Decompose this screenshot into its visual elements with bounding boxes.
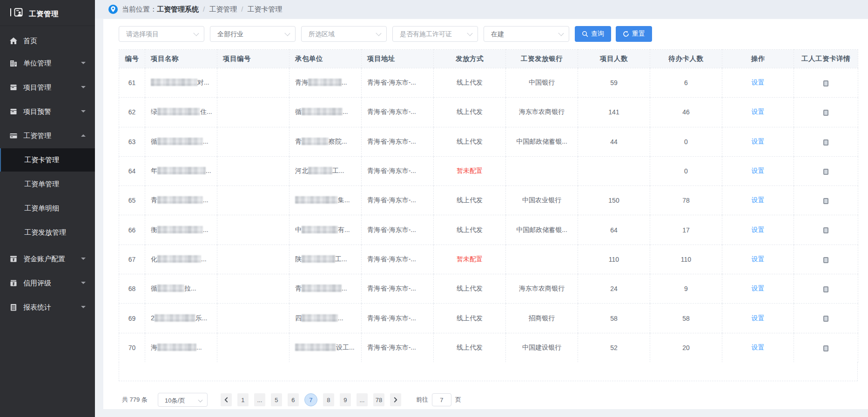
sidebar-item-项目管理[interactable]: 项目管理 bbox=[0, 76, 95, 99]
filter-select-3[interactable]: 所选区域 bbox=[301, 26, 387, 42]
settings-link[interactable]: 设置 bbox=[752, 79, 765, 86]
cell-address: 青海省-海东市-... bbox=[362, 215, 434, 245]
table-row: 65青...集...青海省-海东市-...线上代发中国农业银行15078设置 bbox=[119, 186, 858, 215]
sidebar-item-项目预警[interactable]: 项目预警 bbox=[0, 100, 95, 123]
sidebar-subitem-label: 工资单明细 bbox=[24, 204, 59, 213]
cell-id: 65 bbox=[119, 186, 145, 215]
sidebar-item-单位管理[interactable]: 单位管理 bbox=[0, 52, 95, 75]
page-button-9[interactable]: 9 bbox=[340, 393, 351, 406]
cell-bank: 中国农业银行 bbox=[506, 186, 578, 215]
page-button-1[interactable]: 1 bbox=[237, 393, 249, 406]
page-size-select[interactable]: 10条/页 bbox=[158, 393, 208, 407]
sidebar-subitem-工资卡管理[interactable]: 工资卡管理 bbox=[0, 148, 95, 172]
prev-page-button[interactable] bbox=[221, 393, 232, 406]
settings-link[interactable]: 设置 bbox=[752, 255, 765, 263]
settings-link[interactable]: 设置 bbox=[752, 314, 765, 322]
breadcrumb-bar: 当前位置：工资管理系统/工资管理/工资卡管理 bbox=[95, 0, 868, 19]
cell-method: 线上代发 bbox=[434, 333, 506, 362]
page-button-8[interactable]: 8 bbox=[323, 393, 334, 406]
censored-text bbox=[157, 196, 203, 204]
cell-contractor: 集... bbox=[289, 186, 362, 215]
page-button-6[interactable]: 6 bbox=[288, 393, 299, 406]
settings-link[interactable]: 设置 bbox=[752, 226, 765, 233]
page-ellipsis[interactable]: ... bbox=[254, 393, 265, 406]
cell-detail bbox=[794, 333, 858, 362]
settings-link[interactable]: 设置 bbox=[752, 285, 765, 292]
sidebar-item-首页[interactable]: 首页 bbox=[0, 29, 95, 53]
wage-card-detail-icon[interactable] bbox=[823, 286, 828, 292]
settings-link[interactable]: 设置 bbox=[752, 196, 765, 204]
reset-button[interactable]: 重置 bbox=[616, 26, 652, 42]
cell-project-name: 年... bbox=[145, 156, 217, 185]
cell-detail bbox=[794, 127, 858, 156]
wage-card-detail-icon[interactable] bbox=[823, 316, 828, 322]
wage-card-detail-icon[interactable] bbox=[823, 257, 828, 263]
goto-page-input[interactable]: 7 bbox=[432, 393, 451, 406]
settings-link[interactable]: 设置 bbox=[752, 167, 765, 174]
sidebar-item-信用评级[interactable]: 信用评级 bbox=[0, 271, 95, 295]
column-header-操作: 操作 bbox=[722, 50, 794, 68]
table-row: 68循拉...青...青海省-海东市-...线上代发海东市农商银行249设置 bbox=[119, 274, 858, 304]
sidebar-subitem-label: 工资单管理 bbox=[24, 180, 59, 189]
wage-card-detail-icon[interactable] bbox=[823, 198, 828, 204]
cell-method: 线上代发 bbox=[434, 304, 506, 333]
cell-project-code bbox=[217, 127, 289, 156]
settings-link[interactable]: 设置 bbox=[752, 344, 765, 351]
wage-card-detail-icon[interactable] bbox=[823, 110, 828, 116]
cell-bank: 中国建设银行 bbox=[506, 333, 578, 362]
filter-select-5[interactable]: 在建 bbox=[484, 26, 569, 42]
table-row: 67化...陕工...青海省-海东市-...暂未配置110110设置 bbox=[119, 245, 858, 274]
filter-select-1[interactable]: 请选择项目 bbox=[119, 26, 204, 42]
column-header-编号: 编号 bbox=[119, 50, 145, 68]
sidebar-subitem-工资单明细[interactable]: 工资单明细 bbox=[0, 197, 95, 220]
column-header-承包单位: 承包单位 bbox=[289, 50, 362, 68]
cell-action: 设置 bbox=[722, 215, 794, 245]
breadcrumb-crumb[interactable]: 工资卡管理 bbox=[247, 5, 282, 13]
page-button-78[interactable]: 78 bbox=[373, 393, 384, 406]
censored-text bbox=[302, 138, 329, 145]
cell-project-code bbox=[217, 333, 289, 362]
censored-text bbox=[157, 344, 196, 351]
sidebar-item-资金账户配置[interactable]: 资金账户配置 bbox=[0, 247, 95, 271]
page-button-7[interactable]: 7 bbox=[304, 393, 317, 406]
filter-select-value: 所选区域 bbox=[309, 30, 335, 39]
cell-address: 青海省-海东市-... bbox=[362, 186, 434, 215]
cell-people bbox=[578, 156, 650, 185]
sidebar-item-工资管理[interactable]: 工资管理 bbox=[0, 124, 95, 147]
column-header-工人工资卡详情: 工人工资卡详情 bbox=[794, 50, 858, 68]
sidebar-item-label: 工资管理 bbox=[23, 132, 51, 140]
cell-bank bbox=[506, 156, 578, 185]
sidebar-subitem-工资发放管理[interactable]: 工资发放管理 bbox=[0, 221, 95, 244]
cell-bank: 海东市农商银行 bbox=[506, 274, 578, 304]
sidebar-subitem-工资单管理[interactable]: 工资单管理 bbox=[0, 172, 95, 196]
settings-link[interactable]: 设置 bbox=[752, 138, 765, 145]
cell-project-name: 循拉... bbox=[145, 274, 217, 304]
column-header-发放方式: 发放方式 bbox=[434, 50, 506, 68]
censored-text bbox=[151, 79, 197, 86]
wage-card-detail-icon[interactable] bbox=[823, 80, 828, 86]
wage-card-detail-icon[interactable] bbox=[823, 139, 828, 146]
page-ellipsis[interactable]: ... bbox=[357, 393, 368, 406]
cell-method: 线上代发 bbox=[434, 186, 506, 215]
cell-people: 44 bbox=[578, 127, 650, 156]
cell-project-name: 青... bbox=[145, 186, 217, 215]
breadcrumb-crumb[interactable]: 工资管理 bbox=[209, 5, 237, 13]
wage-card-detail-icon[interactable] bbox=[823, 345, 828, 351]
yen-window-icon bbox=[9, 255, 18, 263]
cell-contractor: 四... bbox=[289, 304, 362, 333]
cell-address: 青海省-海东市-... bbox=[362, 156, 434, 185]
sidebar-item-label: 项目预警 bbox=[23, 107, 51, 116]
column-header-待办卡人数: 待办卡人数 bbox=[650, 50, 722, 68]
wage-card-detail-icon[interactable] bbox=[823, 227, 828, 233]
sidebar-item-报表统计[interactable]: 报表统计 bbox=[0, 296, 95, 319]
query-button[interactable]: 查询 bbox=[575, 26, 611, 42]
cell-address: 青海省-海东市-... bbox=[362, 274, 434, 304]
filter-select-2[interactable]: 全部行业 bbox=[210, 26, 296, 42]
cell-people: 110 bbox=[578, 245, 650, 274]
filter-select-4[interactable]: 是否有施工许可证 bbox=[392, 26, 478, 42]
settings-link[interactable]: 设置 bbox=[752, 108, 765, 115]
next-page-button[interactable] bbox=[390, 393, 401, 406]
page-button-5[interactable]: 5 bbox=[271, 393, 282, 406]
cell-people: 24 bbox=[578, 274, 650, 304]
wage-card-detail-icon[interactable] bbox=[823, 169, 828, 175]
